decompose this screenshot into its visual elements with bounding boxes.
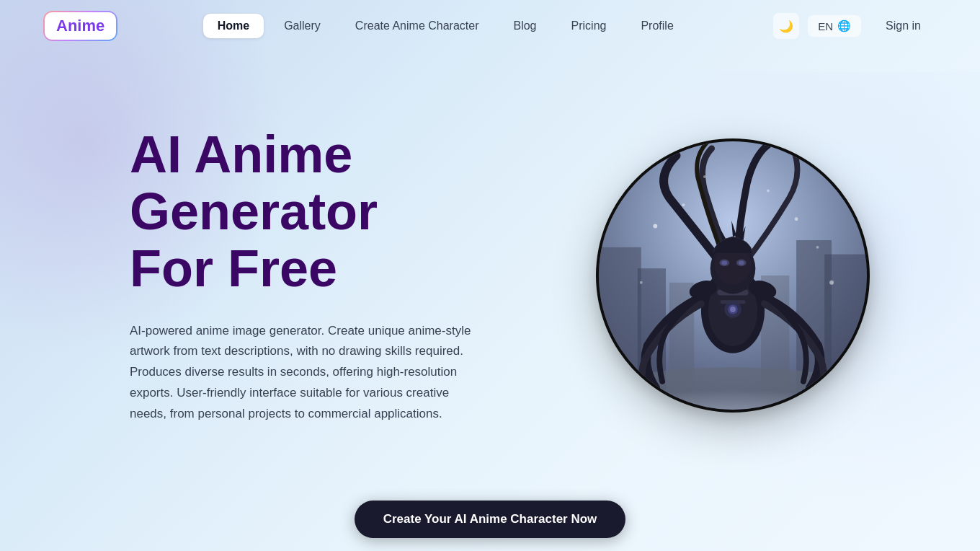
nav-right: 🌙 EN 🌐 Sign in <box>773 13 937 39</box>
svg-point-16 <box>722 260 728 265</box>
globe-icon: 🌐 <box>837 19 851 32</box>
svg-point-33 <box>767 190 770 193</box>
cta-button[interactable]: Create Your AI Anime Character Now <box>355 501 626 538</box>
svg-point-23 <box>730 307 736 312</box>
language-button[interactable]: EN 🌐 <box>808 15 861 37</box>
svg-point-29 <box>816 246 819 249</box>
svg-point-26 <box>654 224 658 229</box>
nav-links: Home Gallery Create Anime Character Blog… <box>203 14 688 38</box>
nav-item-pricing[interactable]: Pricing <box>557 14 621 38</box>
svg-rect-4 <box>825 255 868 410</box>
nav-item-home[interactable]: Home <box>203 14 264 38</box>
hero-section: AI Anime Generator For Free AI-powered a… <box>0 52 980 499</box>
logo[interactable]: Anime <box>43 11 117 41</box>
theme-toggle-button[interactable]: 🌙 <box>773 13 799 39</box>
svg-point-28 <box>795 217 798 221</box>
svg-point-27 <box>682 203 685 206</box>
nav-item-gallery[interactable]: Gallery <box>270 14 335 38</box>
logo-text: Anime <box>56 17 104 35</box>
svg-point-7 <box>599 367 867 410</box>
moon-icon: 🌙 <box>779 19 793 33</box>
nav-item-create[interactable]: Create Anime Character <box>341 14 494 38</box>
svg-point-31 <box>830 281 834 285</box>
sign-in-button[interactable]: Sign in <box>870 14 937 38</box>
hero-title: AI Anime Generator For Free <box>130 126 550 298</box>
anime-character-svg <box>599 141 867 410</box>
anime-character-image <box>596 138 870 413</box>
nav-item-profile[interactable]: Profile <box>626 14 687 38</box>
navbar: Anime Home Gallery Create Anime Characte… <box>0 0 980 52</box>
svg-rect-1 <box>599 247 641 410</box>
hero-description: AI-powered anime image generator. Create… <box>130 321 476 425</box>
nav-item-blog[interactable]: Blog <box>499 14 551 38</box>
hero-image-area <box>573 138 894 413</box>
hero-content: AI Anime Generator For Free AI-powered a… <box>130 126 550 425</box>
svg-point-30 <box>640 281 643 284</box>
lang-label: EN <box>818 20 833 32</box>
svg-point-32 <box>703 175 706 178</box>
cta-area: Create Your AI Anime Character Now <box>0 488 980 551</box>
svg-point-17 <box>739 260 744 265</box>
